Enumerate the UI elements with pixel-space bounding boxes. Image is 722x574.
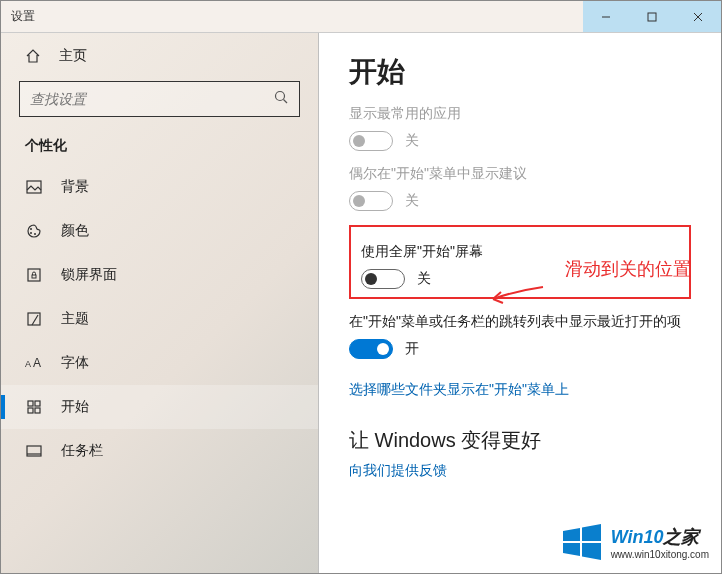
search-input[interactable] [19,81,300,117]
page-title: 开始 [349,53,691,91]
svg-point-7 [30,228,32,230]
sidebar-nav: 背景 颜色 锁屏界面 主题 AA 字体 开始 [1,165,318,473]
font-icon: AA [25,355,43,371]
section-heading-better: 让 Windows 变得更好 [349,427,691,454]
link-choose-folders[interactable]: 选择哪些文件夹显示在"开始"菜单上 [349,381,569,399]
sidebar-item-label: 主题 [61,310,89,328]
minimize-button[interactable] [583,1,629,32]
sidebar-item-label: 开始 [61,398,89,416]
svg-rect-12 [28,313,40,325]
sidebar-item-label: 任务栏 [61,442,103,460]
svg-point-9 [34,233,36,235]
sidebar-item-label: 字体 [61,354,89,372]
annotation-arrow-icon [485,283,545,313]
search-field[interactable] [30,91,273,107]
watermark-brand-1: Win10 [611,527,664,547]
toggle-fullscreen-start[interactable] [361,269,405,289]
sidebar-item-themes[interactable]: 主题 [1,297,318,341]
content-area: 开始 显示最常用的应用 关 偶尔在"开始"菜单中显示建议 关 使用全屏"开始"屏… [319,33,721,573]
svg-rect-15 [28,401,33,406]
sidebar-item-colors[interactable]: 颜色 [1,209,318,253]
start-icon [25,399,43,415]
image-icon [25,179,43,195]
toggle-state: 关 [405,132,419,150]
home-icon [25,48,41,64]
svg-point-4 [276,92,285,101]
maximize-button[interactable] [629,1,675,32]
setting-label-most-used-apps: 显示最常用的应用 [349,105,691,123]
svg-text:A: A [25,359,31,369]
svg-rect-6 [27,181,41,193]
sidebar-home[interactable]: 主页 [1,33,318,75]
palette-icon [25,223,43,239]
setting-label-suggestions: 偶尔在"开始"菜单中显示建议 [349,165,691,183]
titlebar: 设置 [1,1,721,33]
svg-text:A: A [33,356,41,370]
toggle-most-used-apps [349,131,393,151]
setting-label-jumplist: 在"开始"菜单或任务栏的跳转列表中显示最近打开的项 [349,313,691,331]
lock-screen-icon [25,267,43,283]
watermark-url: www.win10xitong.com [611,549,709,560]
svg-rect-16 [35,401,40,406]
sidebar-item-taskbar[interactable]: 任务栏 [1,429,318,473]
toggle-state: 关 [405,192,419,210]
window-title: 设置 [11,8,35,25]
sidebar-section-title: 个性化 [1,131,318,165]
window-controls [583,1,721,32]
svg-rect-18 [35,408,40,413]
svg-rect-11 [32,275,36,278]
close-button[interactable] [675,1,721,32]
sidebar-item-fonts[interactable]: AA 字体 [1,341,318,385]
sidebar-item-label: 颜色 [61,222,89,240]
annotation-text: 滑动到关的位置 [565,257,691,281]
svg-line-5 [284,100,288,104]
sidebar: 主页 个性化 背景 颜色 锁屏界面 主题 [1,33,319,573]
taskbar-icon [25,443,43,459]
search-icon [273,89,289,109]
toggle-state: 开 [405,340,419,358]
sidebar-home-label: 主页 [59,47,87,65]
theme-icon [25,311,43,327]
windows-logo-icon [561,521,603,563]
toggle-suggestions [349,191,393,211]
watermark: Win10之家 www.win10xitong.com [561,521,709,563]
svg-point-8 [30,232,32,234]
sidebar-item-start[interactable]: 开始 [1,385,318,429]
watermark-brand-2: 之家 [663,527,699,547]
sidebar-item-background[interactable]: 背景 [1,165,318,209]
toggle-state: 关 [417,270,431,288]
toggle-jumplist[interactable] [349,339,393,359]
svg-rect-1 [648,13,656,21]
sidebar-item-label: 背景 [61,178,89,196]
link-feedback[interactable]: 向我们提供反馈 [349,462,447,480]
sidebar-item-label: 锁屏界面 [61,266,117,284]
sidebar-item-lockscreen[interactable]: 锁屏界面 [1,253,318,297]
svg-rect-17 [28,408,33,413]
